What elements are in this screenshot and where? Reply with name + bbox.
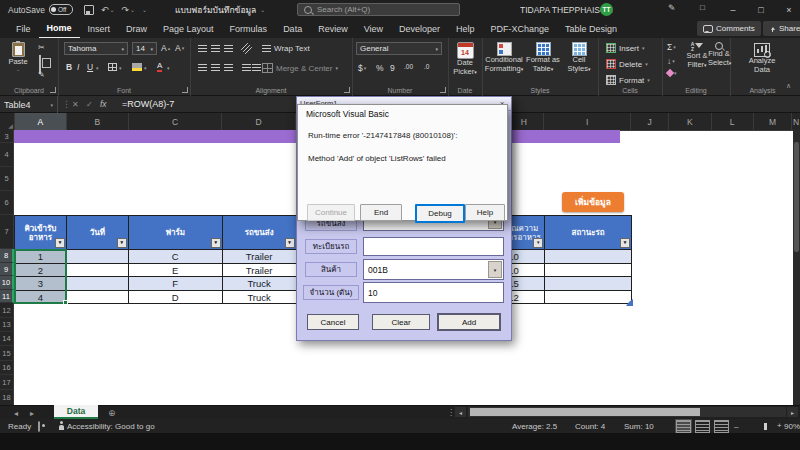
vertical-scrollbar[interactable]: [793, 130, 800, 405]
form-input-plate[interactable]: [363, 237, 504, 256]
sheet-nav-right-icon[interactable]: ▸: [30, 409, 34, 418]
name-box[interactable]: Table4 ▾: [0, 96, 58, 113]
formula-enter-icon[interactable]: ✓: [86, 100, 93, 109]
number-dialog-launcher[interactable]: [440, 87, 446, 93]
header-truck[interactable]: รถขนส่ง ▾: [223, 216, 297, 250]
accessibility-status[interactable]: Accessibility: Good to go: [67, 422, 155, 431]
form-cancel-button[interactable]: Cancel: [307, 314, 359, 330]
merge-center-button[interactable]: Merge & Center ▾: [262, 63, 338, 73]
column-header-l[interactable]: L: [712, 113, 754, 131]
horizontal-scrollbar[interactable]: [468, 407, 786, 417]
wrap-text-button[interactable]: Wrap Text: [262, 44, 310, 53]
row-header-13[interactable]: 13: [0, 318, 14, 332]
sheet-nav-left-icon[interactable]: ◂: [14, 409, 18, 418]
cut-icon[interactable]: ✂: [38, 43, 45, 52]
paste-button[interactable]: Paste ⌄: [5, 42, 31, 72]
row-header-10[interactable]: 10: [0, 276, 14, 290]
cell-date[interactable]: [67, 250, 129, 264]
alignment-dialog-launcher[interactable]: [344, 87, 350, 93]
decrease-decimal-button[interactable]: .0: [424, 63, 429, 70]
clipboard-dialog-launcher[interactable]: [50, 87, 56, 93]
autosave-toggle[interactable]: Off: [49, 4, 73, 15]
row-header-7[interactable]: 7: [0, 215, 14, 249]
row-header-8[interactable]: 8: [0, 249, 14, 263]
hscroll-right-icon[interactable]: ▸: [787, 407, 798, 417]
select-all-corner[interactable]: ◢: [0, 113, 15, 131]
column-header-n[interactable]: N: [792, 113, 800, 131]
format-painter-icon[interactable]: ✎: [38, 70, 45, 79]
font-dialog-launcher[interactable]: [182, 87, 188, 93]
view-page-break-button[interactable]: [713, 419, 730, 433]
cell-queue[interactable]: 2: [15, 264, 67, 277]
tab-file[interactable]: File: [8, 19, 39, 38]
header-status[interactable]: สถานะรถ ▾: [545, 216, 632, 250]
form-input-quantity[interactable]: 10: [363, 282, 504, 303]
cell-truck[interactable]: Truck: [223, 291, 297, 304]
align-right-icon[interactable]: [224, 64, 233, 71]
comments-button[interactable]: Comments: [697, 21, 761, 36]
fill-handle[interactable]: [63, 300, 68, 305]
cell-status[interactable]: [545, 264, 632, 277]
zoom-in-icon[interactable]: +: [777, 421, 782, 430]
sheet-tab-data[interactable]: Data: [54, 405, 98, 419]
filter-icon[interactable]: ▾: [620, 238, 630, 248]
cell-status[interactable]: [545, 250, 632, 264]
font-color-icon[interactable]: A: [157, 62, 162, 72]
cell-farm[interactable]: E: [129, 264, 223, 277]
cell-queue[interactable]: 1: [15, 250, 67, 264]
find-select-button[interactable]: Find &Select▾: [708, 42, 730, 67]
view-page-layout-button[interactable]: [694, 419, 711, 433]
qat-customize-button[interactable]: ⌄: [142, 6, 147, 13]
format-as-table-button[interactable]: Format asTable▾: [524, 42, 562, 73]
format-cells-button[interactable]: Format▾: [606, 75, 650, 85]
autosum-button[interactable]: Σ▾: [667, 42, 676, 52]
row-header-16[interactable]: 16: [0, 361, 14, 375]
align-bottom-icon[interactable]: [224, 45, 233, 52]
number-format-select[interactable]: General▾: [356, 42, 442, 55]
cell-farm[interactable]: F: [129, 277, 223, 291]
font-name-select[interactable]: Tahoma▾: [64, 42, 128, 55]
row-header-6[interactable]: 6: [0, 191, 14, 215]
tab-developer[interactable]: Developer: [391, 19, 448, 38]
avatar[interactable]: TT: [600, 3, 613, 16]
tab-pdf-xchange[interactable]: PDF-XChange: [483, 19, 558, 38]
tab-home[interactable]: Home: [39, 18, 80, 39]
cell-farm[interactable]: D: [129, 291, 223, 304]
caret-down-icon[interactable]: ▾: [167, 65, 170, 71]
row-header-9[interactable]: 9: [0, 263, 14, 276]
filter-icon[interactable]: ▾: [533, 238, 543, 248]
comma-style-button[interactable]: 9: [390, 63, 395, 73]
form-add-button[interactable]: Add: [437, 313, 501, 331]
tab-help[interactable]: Help: [448, 19, 483, 38]
horizontal-scrollbar-thumb[interactable]: [470, 408, 700, 416]
new-sheet-icon[interactable]: ⊕: [108, 408, 116, 418]
conditional-formatting-button[interactable]: ConditionalFormatting▾: [484, 42, 524, 73]
column-header-c[interactable]: C: [129, 113, 222, 131]
close-button[interactable]: ×: [778, 0, 800, 19]
row-header-18[interactable]: 18: [0, 390, 14, 405]
row-header-12[interactable]: 12: [0, 303, 14, 318]
clear-button[interactable]: ▾: [667, 70, 677, 76]
orientation-icon[interactable]: [241, 43, 252, 54]
increase-indent-icon[interactable]: [252, 64, 261, 71]
cell-truck[interactable]: Trailer: [223, 264, 297, 277]
cell-styles-button[interactable]: CellStyles▾: [562, 42, 596, 73]
tab-review[interactable]: Review: [310, 19, 356, 38]
filter-icon[interactable]: ▾: [117, 238, 127, 248]
tab-table-design[interactable]: Table Design: [557, 19, 625, 38]
cell-date[interactable]: [67, 264, 129, 277]
cell-farm[interactable]: C: [129, 250, 223, 264]
tab-insert[interactable]: Insert: [80, 19, 119, 38]
header-date[interactable]: วันที่ ▾: [67, 216, 129, 250]
font-size-select[interactable]: 14▾: [132, 42, 157, 55]
undo-button[interactable]: ↶⌄: [101, 5, 115, 15]
macro-record-icon[interactable]: [38, 421, 40, 432]
cell-truck[interactable]: Trailer: [223, 250, 297, 264]
vertical-scrollbar-thumb[interactable]: [794, 142, 799, 252]
row-header-14[interactable]: 14: [0, 332, 14, 346]
cell-date[interactable]: [67, 277, 129, 291]
tab-formulas[interactable]: Formulas: [222, 19, 276, 38]
analyze-data-button[interactable]: AnalyzeData: [744, 43, 780, 74]
zoom-level[interactable]: 90%: [784, 422, 800, 431]
header-queue[interactable]: คิวเข้ารับ อาหาร ▾: [15, 216, 67, 250]
